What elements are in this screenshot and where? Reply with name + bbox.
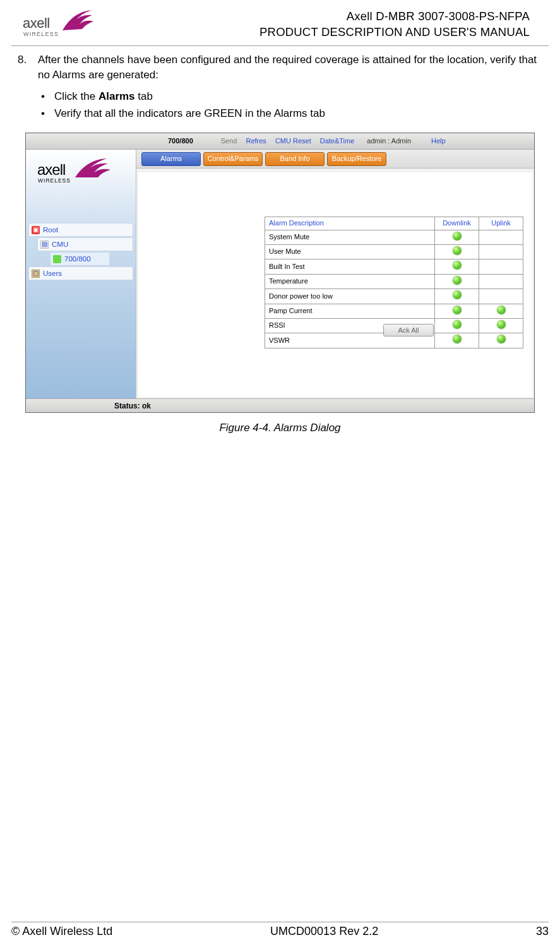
uplink-cell	[479, 230, 523, 244]
uplink-cell	[479, 259, 523, 274]
downlink-cell	[435, 289, 479, 304]
tab-control-params[interactable]: Control&Params	[203, 152, 263, 166]
status-led-icon	[453, 306, 462, 314]
uplink-cell	[479, 289, 523, 304]
uplink-cell	[479, 244, 523, 259]
bullet-1-pre: Click the	[54, 90, 98, 102]
tab-backup-restore[interactable]: Backup/Restore	[327, 152, 386, 166]
col-alarm-desc: Alarm Description	[265, 217, 435, 230]
footer-right: 33	[536, 925, 549, 938]
send-link[interactable]: Send	[221, 136, 237, 146]
tree-users-label: Users	[43, 268, 62, 278]
header-line1: Axell D-MBR 3007-3008-PS-NFPA	[95, 9, 530, 25]
content-area: Alarms Control&Params Band Info Backup/R…	[136, 150, 534, 398]
col-uplink: Uplink	[479, 217, 523, 230]
status-led-icon	[453, 246, 462, 255]
bullet-icon: •	[39, 89, 47, 104]
uplink-cell	[479, 318, 523, 333]
status-bar: Status: ok	[26, 398, 534, 412]
tab-band-info[interactable]: Band Info	[265, 152, 325, 166]
alarm-name: User Mute	[265, 244, 435, 259]
tab-alarms[interactable]: Alarms	[141, 152, 201, 166]
status-led-icon	[453, 261, 462, 270]
cmu-icon: ▤	[40, 241, 49, 249]
alarm-name: System Mute	[265, 230, 435, 244]
status-led-icon	[497, 306, 506, 314]
status-led-icon	[497, 335, 506, 343]
tree-root[interactable]: ▣ Root	[28, 223, 133, 237]
tree-band[interactable]: 700/800	[50, 252, 110, 266]
ack-all-button[interactable]: Ack All	[383, 324, 434, 336]
status-led-icon	[453, 276, 462, 285]
table-row: System Mute	[265, 230, 523, 244]
header-line2: PRODUCT DESCRIPTION AND USER'S MANUAL	[95, 25, 530, 40]
datetime-link[interactable]: Date&Time	[320, 136, 355, 146]
page-footer: © Axell Wireless Ltd UMCD00013 Rev 2.2 3…	[11, 922, 549, 938]
users-icon: ▢	[32, 270, 40, 278]
uplink-cell	[479, 333, 523, 348]
sidebar-logo-word-bot: WIRELESS	[38, 177, 71, 184]
tabs-row: Alarms Control&Params Band Info Backup/R…	[136, 150, 534, 169]
col-downlink: Downlink	[435, 217, 479, 230]
bullet-2-text: Verify that all the indicators are GREEN…	[54, 106, 325, 121]
sidebar: axell WIRELESS ▣ Root ▤ CMU	[26, 150, 136, 398]
table-row: User Mute	[265, 244, 523, 259]
status-label: Status:	[114, 402, 142, 410]
figure-caption: Figure 4-4. Alarms Dialog	[18, 420, 542, 436]
alarm-name: Donor power too low	[265, 289, 435, 304]
tree-users[interactable]: ▢ Users	[28, 266, 133, 280]
logo-word-axell: axell	[23, 15, 50, 31]
tree-cmu[interactable]: ▤ CMU	[37, 237, 133, 251]
bullet-2: • Verify that all the indicators are GRE…	[39, 106, 542, 121]
logo-word-wireless: WIRELESS	[23, 31, 59, 37]
table-row: Donor power too low	[265, 289, 523, 304]
sidebar-logo-word-top: axell	[37, 161, 65, 178]
footer-center: UMCD00013 Rev 2.2	[270, 925, 378, 938]
bullet-1-bold: Alarms	[98, 90, 135, 102]
table-row: Pamp Current	[265, 304, 523, 318]
axell-swoosh-icon: axell WIRELESS	[37, 158, 126, 187]
downlink-cell	[435, 274, 479, 289]
bullet-1-post: tab	[135, 90, 153, 102]
status-led-icon	[453, 320, 462, 329]
status-led-icon	[453, 335, 462, 343]
cmu-reset-link[interactable]: CMU Reset	[275, 136, 311, 146]
help-link[interactable]: Help	[431, 136, 446, 146]
tree-band-label: 700/800	[64, 254, 91, 264]
axell-logo: axell WIRELESS	[23, 9, 95, 42]
downlink-cell	[435, 333, 479, 348]
band-label: 700/800	[168, 136, 193, 146]
status-led-icon	[453, 232, 462, 241]
alarms-dialog-screenshot: 700/800 Send Refres CMU Reset Date&Time …	[25, 133, 535, 413]
downlink-cell	[435, 259, 479, 274]
band-icon	[53, 255, 61, 263]
content-panel: Alarm Description Downlink Uplink System…	[138, 172, 532, 397]
footer-left: © Axell Wireless Ltd	[11, 925, 112, 938]
uplink-cell	[479, 274, 523, 289]
table-row: Built In Test	[265, 259, 523, 274]
header-text: Axell D-MBR 3007-3008-PS-NFPA PRODUCT DE…	[95, 9, 530, 40]
sidebar-logo: axell WIRELESS	[26, 150, 136, 192]
axell-swoosh-icon: axell WIRELESS	[23, 9, 95, 42]
table-row: Temperature	[265, 274, 523, 289]
refresh-link[interactable]: Refres	[246, 136, 266, 146]
tree-cmu-label: CMU	[52, 239, 68, 249]
bullet-list: • Click the Alarms tab • Verify that all…	[18, 83, 542, 131]
step-text: After the channels have been configured …	[38, 52, 542, 83]
tree-root-label: Root	[43, 225, 58, 235]
downlink-cell	[435, 304, 479, 318]
admin-label: admin : Admin	[367, 136, 411, 146]
bullet-icon: •	[39, 106, 47, 121]
alarm-name: Built In Test	[265, 259, 435, 274]
downlink-cell	[435, 230, 479, 244]
step-8: 8. After the channels have been configur…	[18, 52, 542, 83]
downlink-cell	[435, 244, 479, 259]
bullet-1-text: Click the Alarms tab	[54, 89, 153, 104]
alarm-name: Temperature	[265, 274, 435, 289]
root-icon: ▣	[32, 226, 40, 234]
uplink-cell	[479, 304, 523, 318]
document-body: 8. After the channels have been configur…	[0, 46, 560, 436]
status-led-icon	[453, 290, 462, 299]
ui-titlebar: 700/800 Send Refres CMU Reset Date&Time …	[26, 133, 534, 150]
nav-tree: ▣ Root ▤ CMU 700/800 ▢ Users	[26, 221, 136, 282]
